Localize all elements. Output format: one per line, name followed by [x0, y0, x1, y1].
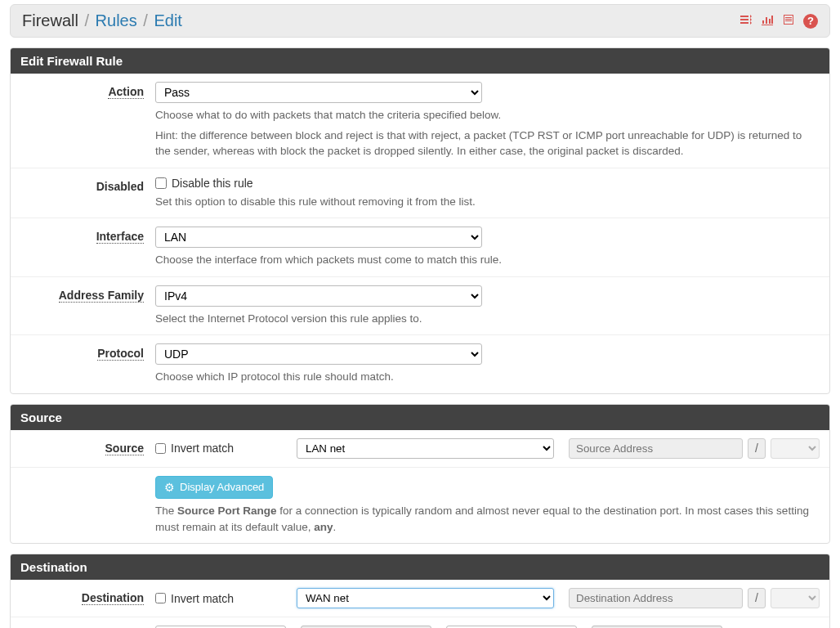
protocol-hint: Choose which IP protocol this rule shoul…	[155, 369, 820, 385]
page-header: Firewall / Rules / Edit ?	[10, 4, 830, 38]
dest-invert-checkbox[interactable]	[155, 593, 166, 603]
panel-edit-rule: Edit Firewall Rule Action Pass Choose wh…	[10, 47, 830, 394]
action-hint1: Choose what to do with packets that matc…	[155, 107, 820, 123]
dest-mask-select	[771, 588, 820, 608]
dest-invert-label: Invert match	[171, 592, 234, 605]
panel-source: Source Source Invert match LAN net	[10, 404, 830, 544]
row-dest-port-range: Destination Port Range NTP (123) From Cu…	[11, 617, 829, 628]
source-type-select[interactable]: LAN net	[297, 438, 554, 459]
row-action: Action Pass Choose what to do with packe…	[11, 74, 829, 168]
row-destination: Destination Invert match WAN net /	[11, 580, 829, 617]
action-select[interactable]: Pass	[155, 82, 482, 103]
display-advanced-button[interactable]: Display Advanced	[155, 476, 273, 499]
breadcrumb-sep: /	[143, 11, 148, 29]
label-af: Address Family	[59, 289, 144, 303]
disabled-hint: Set this option to disable this rule wit…	[155, 194, 820, 210]
log-icon[interactable]	[782, 13, 795, 29]
af-select[interactable]: IPv4	[155, 285, 482, 307]
breadcrumb-sep: /	[84, 11, 89, 29]
row-protocol: Protocol UDP Choose which IP protocol th…	[11, 335, 829, 393]
dest-address-input	[569, 588, 743, 608]
help-icon[interactable]: ?	[803, 14, 818, 29]
interface-hint: Choose the interface from which packets …	[155, 252, 820, 268]
chart-icon[interactable]	[761, 13, 774, 29]
header-icons: ?	[739, 13, 818, 29]
source-mask-select	[771, 438, 820, 459]
breadcrumb-rules[interactable]: Rules	[96, 11, 137, 29]
source-invert-label: Invert match	[171, 442, 234, 455]
source-port-hint: The Source Port Range for a connection i…	[155, 503, 820, 535]
label-interface: Interface	[96, 230, 144, 244]
label-destination: Destination	[82, 591, 144, 605]
af-hint: Select the Internet Protocol version thi…	[155, 311, 820, 327]
source-invert-checkbox[interactable]	[155, 443, 166, 454]
row-disabled: Disabled Disable this rule Set this opti…	[11, 168, 829, 219]
row-source-advanced: Display Advanced The Source Port Range f…	[11, 468, 829, 543]
panel-heading-edit: Edit Firewall Rule	[11, 48, 829, 74]
row-source: Source Invert match LAN net /	[11, 430, 829, 468]
breadcrumb-edit[interactable]: Edit	[154, 11, 181, 29]
breadcrumb: Firewall / Rules / Edit	[22, 11, 182, 30]
action-hint2: Hint: the difference between block and r…	[155, 128, 820, 159]
row-interface: Interface LAN Choose the interface from …	[11, 218, 829, 277]
label-source: Source	[105, 442, 144, 455]
panel-destination: Destination Destination Invert match WAN…	[10, 554, 830, 628]
row-af: Address Family IPv4 Select the Internet …	[11, 277, 829, 336]
source-address-input	[569, 438, 743, 459]
gear-icon	[164, 481, 175, 494]
label-disabled: Disabled	[96, 180, 144, 193]
dest-slash: /	[748, 588, 766, 608]
label-action: Action	[108, 85, 144, 99]
breadcrumb-root: Firewall	[22, 11, 78, 29]
dest-type-select[interactable]: WAN net	[297, 588, 554, 608]
disabled-checkbox[interactable]	[155, 177, 167, 189]
interface-select[interactable]: LAN	[155, 227, 482, 248]
panel-heading-destination: Destination	[11, 554, 829, 580]
label-protocol: Protocol	[97, 347, 144, 361]
disabled-checkbox-label: Disable this rule	[172, 177, 253, 190]
protocol-select[interactable]: UDP	[155, 343, 482, 365]
settings-icon[interactable]	[739, 13, 753, 29]
panel-heading-source: Source	[11, 405, 829, 430]
source-slash: /	[748, 438, 766, 459]
display-advanced-label: Display Advanced	[180, 481, 264, 493]
